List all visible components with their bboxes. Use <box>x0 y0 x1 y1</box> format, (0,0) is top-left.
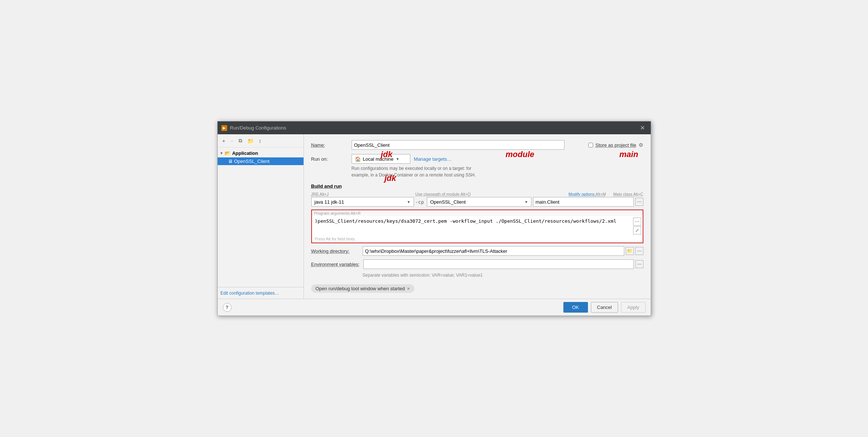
dropdown-arrow-icon: ▼ <box>396 157 399 161</box>
manage-targets-link[interactable]: Manage targets… <box>414 156 452 162</box>
working-dir-macro-button[interactable]: ⋯ <box>635 247 643 255</box>
title-bar-left: ▶ Run/Debug Configurations <box>221 125 286 131</box>
args-browse-button[interactable]: ⋯ <box>633 218 641 226</box>
module-dropdown[interactable]: OpenSSL_Client ▼ <box>427 197 531 207</box>
working-dir-folder-button[interactable]: 📁 <box>626 247 634 255</box>
env-vars-input[interactable] <box>363 259 634 269</box>
build-run-label: Build and run <box>311 183 643 189</box>
info-line2: example, in a Docker Container or on a r… <box>352 172 476 178</box>
module-dropdown-arrow-icon: ▼ <box>524 200 528 204</box>
build-run-hints: JRE Alt+J Use classpath of module Alt+O … <box>311 192 643 196</box>
info-text: Run configurations may be executed local… <box>352 165 643 178</box>
separator-hint: Separate variables with semicolon: VAR=v… <box>363 273 643 278</box>
tree-item-label: OpenSSL_Client <box>234 159 270 164</box>
working-dir-field: 📁 ⋯ <box>363 246 643 256</box>
local-machine-label: Local machine <box>363 156 394 162</box>
close-button[interactable]: ✕ <box>638 124 647 132</box>
working-dir-label: Working directory: <box>311 248 359 254</box>
run-on-row: Run on: 🏠 Local machine ▼ Manage targets… <box>311 154 643 164</box>
main-class-hint-label: Main class Alt+C <box>613 192 643 196</box>
sort-config-button[interactable]: ↕ <box>257 137 263 145</box>
env-vars-field: ⋯ <box>363 259 643 269</box>
main-content: + − ⧉ 📁 ↕ ▼ 📂 Application 🖥 OpenSSL_Clie… <box>218 134 651 299</box>
dialog-title: Run/Debug Configurations <box>230 125 286 131</box>
jre-hint-label: JRE Alt+J <box>311 192 414 196</box>
copy-config-button[interactable]: ⧉ <box>237 136 244 145</box>
module-value: OpenSSL_Client <box>430 199 466 205</box>
args-icons: ⋯ ⤢ <box>632 216 643 236</box>
home-icon: 🏠 <box>355 156 361 162</box>
module-hint-label: Use classpath of module Alt+O <box>415 192 522 196</box>
env-vars-expand-button[interactable]: ⋯ <box>635 260 643 268</box>
bottom-bar: ? OK Cancel Apply <box>218 299 651 316</box>
bottom-left: ? <box>223 303 232 312</box>
chip-close-button[interactable]: × <box>407 286 410 291</box>
cp-label: -cp <box>415 199 424 205</box>
open-tool-window-chip: Open run/debug tool window when started … <box>311 284 414 293</box>
right-panel: Name: Store as project file ⚙ Run on: 🏠 … <box>304 134 651 299</box>
working-dir-input[interactable] <box>363 246 624 256</box>
program-args-label-row: Program arguments Alt+R <box>312 210 643 216</box>
cancel-button[interactable]: Cancel <box>591 302 618 313</box>
store-checkbox-area: Store as project file ⚙ <box>588 142 643 148</box>
folder-icon: 📂 <box>225 150 230 156</box>
name-label: Name: <box>311 142 348 148</box>
store-project-file-checkbox[interactable] <box>588 143 593 148</box>
tree-item-openssl-client[interactable]: 🖥 OpenSSL_Client <box>218 157 304 165</box>
folder-config-button[interactable]: 📁 <box>246 137 255 145</box>
add-config-button[interactable]: + <box>221 137 227 145</box>
modify-shortcut: Alt+M <box>595 192 606 196</box>
run-on-dropdown[interactable]: 🏠 Local machine ▼ <box>352 154 410 164</box>
args-expand-button[interactable]: ⤢ <box>633 226 641 234</box>
run-debug-dialog: ▶ Run/Debug Configurations ✕ + − ⧉ 📁 ↕ ▼… <box>217 121 651 316</box>
jre-value: java 11 jdk-11 <box>315 199 344 205</box>
env-vars-row: Environment variables: ⋯ <box>311 259 643 269</box>
name-input[interactable] <box>352 140 564 150</box>
env-vars-label: Environment variables: <box>311 262 360 267</box>
expand-arrow-icon: ▼ <box>220 151 224 155</box>
config-tree: ▼ 📂 Application 🖥 OpenSSL_Client <box>218 148 304 287</box>
help-button[interactable]: ? <box>223 303 232 312</box>
info-line1: Run configurations may be executed local… <box>352 166 472 171</box>
config-icon: 🖥 <box>228 159 233 164</box>
toolbar: + − ⧉ 📁 ↕ <box>218 134 304 148</box>
chip-label: Open run/debug tool window when started <box>316 286 405 291</box>
build-run-section: Build and run jdk JRE Alt+J Use classpat… <box>311 183 643 243</box>
gear-icon[interactable]: ⚙ <box>639 142 643 148</box>
title-bar: ▶ Run/Debug Configurations ✕ <box>218 121 651 134</box>
mainclass-field: ⋯ <box>533 197 643 207</box>
app-icon: ▶ <box>221 125 227 131</box>
program-args-input[interactable]: )penSSL_Client/resources/keys/dsa3072_ce… <box>312 216 632 234</box>
main-class-input[interactable] <box>533 197 634 207</box>
press-alt-hint: Press Alt for field hints. <box>312 236 643 243</box>
tree-group-label: Application <box>232 150 258 156</box>
tag-chip-area: Open run/debug tool window when started … <box>311 282 643 293</box>
right-hints: Modify options Alt+M Main class Alt+C <box>523 192 643 196</box>
name-row: Name: Store as project file ⚙ <box>311 140 643 150</box>
ok-button[interactable]: OK <box>563 302 588 313</box>
jre-dropdown[interactable]: java 11 jdk-11 ▼ <box>311 197 414 207</box>
edit-templates-link[interactable]: Edit configuration templates… <box>221 291 279 296</box>
build-run-fields: java 11 jdk-11 ▼ -cp OpenSSL_Client ▼ ⋯ <box>311 197 643 207</box>
left-footer: Edit configuration templates… <box>218 287 304 299</box>
bottom-right: OK Cancel Apply <box>563 302 646 313</box>
jre-dropdown-arrow-icon: ▼ <box>407 200 411 204</box>
main-class-browse-button[interactable]: ⋯ <box>635 198 643 206</box>
remove-config-button[interactable]: − <box>229 137 235 145</box>
modify-options-hint[interactable]: Modify options Alt+M <box>569 192 606 196</box>
run-on-label: Run on: <box>311 156 348 162</box>
tree-group-application[interactable]: ▼ 📂 Application <box>218 149 304 157</box>
apply-button[interactable]: Apply <box>621 302 646 313</box>
program-args-input-area: )penSSL_Client/resources/keys/dsa3072_ce… <box>312 216 643 236</box>
left-panel: + − ⧉ 📁 ↕ ▼ 📂 Application 🖥 OpenSSL_Clie… <box>218 134 304 299</box>
working-dir-row: Working directory: 📁 ⋯ <box>311 246 643 256</box>
store-label: Store as project file <box>595 142 636 148</box>
program-args-label: Program arguments Alt+R <box>314 211 361 215</box>
program-args-section: Program arguments Alt+R )penSSL_Client/r… <box>311 210 643 243</box>
